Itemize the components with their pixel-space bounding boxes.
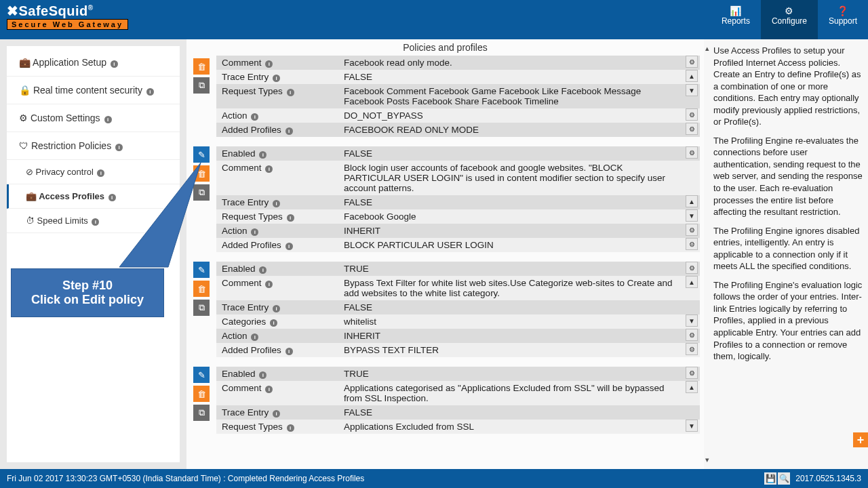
sidebar-icon: 💼 (19, 57, 31, 68)
row-value: Applications categorised as "Application… (338, 381, 684, 405)
scroll-up-icon[interactable]: ▴ (705, 43, 709, 54)
down-icon[interactable]: ▼ (686, 314, 698, 327)
row-label: Comment i (216, 56, 338, 70)
up-icon[interactable]: ▲ (686, 195, 698, 207)
row-label: Added Profiles i (216, 238, 338, 252)
info-icon[interactable]: i (265, 60, 273, 68)
help-panel: ▴ Use Access Profiles to setup your Prof… (704, 39, 868, 469)
edit-button[interactable]: ✎ (193, 367, 210, 383)
info-icon[interactable]: i (259, 266, 267, 274)
row-value: Block login user accounts of facebook an… (338, 161, 684, 195)
row-label: Request Types i (216, 84, 338, 98)
search-icon[interactable]: 🔍 (778, 472, 790, 485)
row-value: Facebook Comment Facebook Game Facebook … (338, 84, 684, 108)
delete-button[interactable]: 🗑 (193, 386, 210, 402)
gear-icon[interactable]: ⚙ (686, 146, 698, 159)
info-icon[interactable]: i (285, 127, 293, 135)
info-icon[interactable]: i (287, 214, 294, 222)
policy-entry: ✎🗑⧉Enabled iFALSE⚙Comment iBlock login u… (193, 146, 700, 252)
info-icon[interactable]: i (287, 89, 294, 96)
row-label: Trace Entry i (216, 405, 338, 420)
row-label: Trace Entry i (216, 300, 338, 314)
help-text: The Profiling Engine ignores disabled en… (713, 225, 863, 272)
up-icon[interactable]: ▲ (686, 276, 698, 288)
info-icon[interactable]: i (251, 228, 258, 236)
save-icon[interactable]: 💾 (764, 472, 776, 485)
row-value: FACEBOOK READ ONLY MODE (338, 123, 684, 137)
row-value: INHERIT (338, 224, 684, 238)
nav-support[interactable]: ❓Support (818, 0, 868, 39)
row-label: Categories i (216, 314, 338, 329)
info-icon[interactable]: i (146, 88, 154, 96)
help-icon: ❓ (829, 5, 857, 16)
down-icon[interactable]: ▼ (686, 420, 698, 432)
down-icon[interactable]: ▼ (686, 84, 698, 96)
policy-entry: 🗑⧉Comment iFacebook read only mode.⚙Trac… (193, 56, 700, 137)
info-icon[interactable]: i (111, 60, 118, 68)
help-text: The Profiling Engine's evaluation logic … (713, 279, 863, 363)
info-icon[interactable]: i (265, 281, 273, 288)
info-icon[interactable]: i (104, 116, 112, 123)
policy-row: Request Types iFacebook Comment Facebook… (216, 84, 700, 108)
info-icon[interactable]: i (270, 319, 277, 327)
clone-button[interactable]: ⧉ (193, 77, 210, 94)
info-icon[interactable]: i (287, 424, 294, 432)
clone-button[interactable]: ⧉ (193, 300, 210, 316)
sidebar-item[interactable]: 🔒 Real time content security i (7, 77, 180, 104)
info-icon[interactable]: i (273, 410, 280, 418)
row-label: Request Types i (216, 209, 338, 224)
brand: ✖SafeSquid® Secure Web Gateway (0, 0, 135, 39)
sidebar-item[interactable]: ⚙ Custom Settings i (7, 104, 180, 132)
delete-button[interactable]: 🗑 (193, 281, 210, 297)
up-icon[interactable]: ▲ (686, 70, 698, 82)
info-icon[interactable]: i (251, 333, 258, 341)
policy-row: Comment iFacebook read only mode.⚙ (216, 56, 700, 70)
status-text: Fri Jun 02 2017 13:30:23 GMT+0530 (India… (7, 474, 364, 483)
gear-icon[interactable]: ⚙ (686, 56, 698, 68)
gear-icon[interactable]: ⚙ (686, 343, 698, 355)
row-label: Comment i (216, 161, 338, 175)
delete-button[interactable]: 🗑 (193, 58, 210, 75)
gear-icon[interactable]: ⚙ (686, 262, 698, 274)
up-icon[interactable]: ▲ (686, 381, 698, 393)
policy-row: Comment iApplications categorised as "Ap… (216, 381, 700, 405)
row-value: FALSE (338, 70, 684, 84)
gear-icon[interactable]: ⚙ (686, 367, 698, 379)
policy-row: Enabled iFALSE⚙ (216, 146, 700, 161)
info-icon[interactable]: i (285, 243, 293, 250)
callout-title: Step #10 (24, 279, 151, 293)
info-icon[interactable]: i (259, 151, 267, 159)
clone-button[interactable]: ⧉ (193, 405, 210, 421)
info-icon[interactable]: i (115, 144, 123, 151)
info-icon[interactable]: i (259, 371, 267, 379)
info-icon[interactable]: i (273, 305, 280, 312)
down-icon[interactable]: ▼ (686, 209, 698, 222)
info-icon[interactable]: i (273, 75, 280, 82)
gears-icon: ⚙ (772, 5, 807, 16)
gear-icon[interactable]: ⚙ (686, 123, 698, 135)
gear-icon[interactable]: ⚙ (686, 224, 698, 236)
row-value: Facebook Google (338, 209, 684, 224)
info-icon[interactable]: i (285, 348, 293, 355)
row-label: Request Types i (216, 420, 338, 434)
policy-row: Trace Entry iFALSE▲ (216, 195, 700, 209)
sidebar-item[interactable]: 🛡 Restriction Policies i (7, 132, 180, 160)
info-icon[interactable]: i (273, 200, 280, 207)
gear-icon[interactable]: ⚙ (686, 329, 698, 341)
add-policy-button[interactable]: + (853, 432, 868, 447)
info-icon[interactable]: i (265, 165, 273, 173)
row-value: FALSE (338, 300, 684, 314)
scroll-down-icon[interactable]: ▾ (705, 455, 709, 465)
gear-icon[interactable]: ⚙ (686, 108, 698, 121)
nav-buttons: 📊Reports ⚙Configure ❓Support (711, 0, 868, 39)
nav-reports[interactable]: 📊Reports (711, 0, 761, 39)
info-icon[interactable]: i (251, 113, 258, 121)
nav-configure[interactable]: ⚙Configure (761, 0, 818, 39)
gear-icon[interactable]: ⚙ (686, 238, 698, 250)
info-icon[interactable]: i (265, 386, 273, 393)
svg-marker-0 (119, 163, 201, 267)
policy-row: Enabled iTRUE⚙ (216, 262, 700, 276)
policy-row: Request Types iFacebook Google▼ (216, 209, 700, 224)
sidebar-item[interactable]: 💼 Application Setup i (7, 49, 180, 77)
row-label: Trace Entry i (216, 195, 338, 209)
